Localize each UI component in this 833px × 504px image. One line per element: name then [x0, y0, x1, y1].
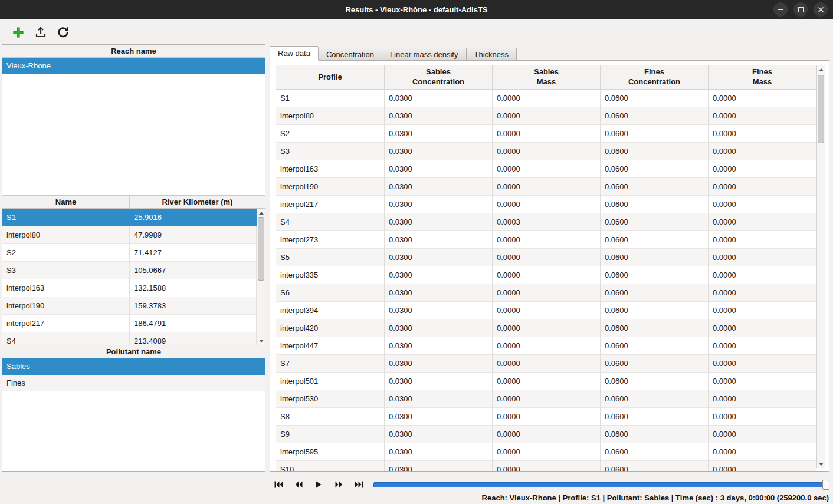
fines-mass-cell: 0.0000 — [709, 390, 816, 408]
pollutant-list-item[interactable]: Sables — [2, 358, 265, 375]
profiles-column-name[interactable]: Name — [2, 196, 130, 208]
profile-cell: S8 — [276, 408, 385, 426]
sables-concentration-cell: 0.0300 — [385, 302, 493, 319]
table-row[interactable]: S8 0.0300 0.0000 0.0600 0.0000 — [276, 408, 816, 426]
results-scrollbar[interactable] — [816, 65, 825, 468]
sables-mass-cell: 0.0000 — [493, 90, 601, 107]
table-row[interactable]: S5 0.0300 0.0000 0.0600 0.0000 — [276, 249, 816, 266]
tab[interactable]: Raw data — [270, 46, 319, 61]
table-row[interactable]: interpol190 0.0300 0.0000 0.0600 0.0000 — [276, 178, 816, 196]
fines-concentration-cell: 0.0600 — [601, 178, 709, 196]
fines-mass-cell: 0.0000 — [709, 408, 816, 426]
scroll-down-icon[interactable] — [257, 337, 265, 345]
rewind-button[interactable] — [290, 477, 307, 492]
table-row[interactable]: S10 0.0300 0.0000 0.0600 0.0000 — [276, 461, 816, 471]
table-row[interactable]: interpol217 0.0300 0.0000 0.0600 0.0000 — [276, 196, 816, 213]
sables-concentration-cell: 0.0300 — [385, 408, 493, 426]
fines-mass-cell: 0.0000 — [709, 337, 816, 355]
fines-concentration-cell: 0.0600 — [601, 461, 709, 471]
profile-km-cell: 213.4089 — [130, 332, 257, 345]
tab[interactable]: Linear mass density — [382, 48, 467, 61]
profile-row[interactable]: interpol190 159.3783 — [2, 297, 257, 315]
table-row[interactable]: S4 0.0300 0.0003 0.0600 0.0000 — [276, 213, 816, 231]
fines-concentration-cell: 0.0600 — [601, 249, 709, 266]
time-slider-handle[interactable] — [822, 480, 829, 490]
profile-row[interactable]: S1 25.9016 — [2, 209, 257, 226]
table-row[interactable]: interpol335 0.0300 0.0000 0.0600 0.0000 — [276, 266, 816, 284]
table-row[interactable]: S3 0.0300 0.0000 0.0600 0.0000 — [276, 143, 816, 160]
sables-concentration-cell: 0.0300 — [385, 213, 493, 231]
play-button[interactable] — [310, 477, 327, 492]
sables-concentration-cell: 0.0300 — [385, 125, 493, 143]
pollutant-list-item[interactable]: Fines — [2, 375, 265, 391]
fast-forward-icon — [335, 481, 343, 488]
time-slider-track[interactable] — [373, 482, 829, 487]
reach-name-header: Reach name — [2, 45, 265, 58]
table-row[interactable]: S9 0.0300 0.0000 0.0600 0.0000 — [276, 426, 816, 443]
profiles-scrollbar[interactable] — [257, 209, 265, 345]
table-row[interactable]: interpol595 0.0300 0.0000 0.0600 0.0000 — [276, 443, 816, 461]
add-button[interactable] — [9, 24, 27, 41]
titlebar: Results - Vieux-Rhône - default-AdisTS — [0, 0, 833, 19]
profile-row[interactable]: S4 213.4089 — [2, 332, 257, 345]
table-row[interactable]: interpol447 0.0300 0.0000 0.0600 0.0000 — [276, 337, 816, 355]
fines-concentration-cell: 0.0600 — [601, 426, 709, 443]
profile-cell: S7 — [276, 355, 385, 373]
sables-mass-cell: 0.0000 — [493, 160, 601, 178]
table-row[interactable]: S1 0.0300 0.0000 0.0600 0.0000 — [276, 90, 816, 107]
fines-mass-cell: 0.0000 — [709, 443, 816, 461]
scroll-up-icon[interactable] — [257, 209, 265, 217]
table-row[interactable]: interpol501 0.0300 0.0000 0.0600 0.0000 — [276, 373, 816, 390]
tab[interactable]: Thickness — [467, 48, 517, 61]
profile-row[interactable]: interpol217 186.4791 — [2, 315, 257, 332]
profile-km-cell: 159.3783 — [130, 297, 257, 315]
table-row[interactable]: interpol420 0.0300 0.0000 0.0600 0.0000 — [276, 319, 816, 337]
table-row[interactable]: interpol273 0.0300 0.0000 0.0600 0.0000 — [276, 231, 816, 249]
time-slider[interactable] — [373, 479, 829, 490]
column-header[interactable]: Sables Concentration — [385, 65, 493, 90]
table-row[interactable]: interpol530 0.0300 0.0000 0.0600 0.0000 — [276, 390, 816, 408]
profiles-column-km[interactable]: River Kilometer (m) — [130, 196, 265, 208]
scroll-up-icon[interactable] — [817, 65, 825, 74]
column-header[interactable]: Fines Concentration — [601, 65, 709, 90]
refresh-button[interactable] — [54, 24, 72, 41]
table-row[interactable]: S7 0.0300 0.0000 0.0600 0.0000 — [276, 355, 816, 373]
profile-row[interactable]: interpol163 132.1588 — [2, 279, 257, 297]
scroll-down-icon[interactable] — [817, 460, 825, 468]
profile-cell: S1 — [276, 90, 385, 107]
profile-cell: S3 — [276, 143, 385, 160]
maximize-button[interactable] — [793, 2, 808, 17]
skip-first-button[interactable] — [270, 477, 287, 492]
minimize-button[interactable] — [773, 2, 788, 17]
skip-last-icon — [355, 481, 363, 488]
close-button[interactable] — [814, 2, 828, 17]
scrollbar-thumb[interactable] — [818, 75, 824, 143]
column-header[interactable]: Sables Mass — [493, 65, 601, 90]
scrollbar-thumb[interactable] — [258, 217, 264, 281]
fines-mass-cell: 0.0000 — [709, 373, 816, 390]
table-row[interactable]: S2 0.0300 0.0000 0.0600 0.0000 — [276, 125, 816, 143]
tab[interactable]: Concentration — [319, 48, 382, 61]
table-row[interactable]: interpol80 0.0300 0.0000 0.0600 0.0000 — [276, 107, 816, 125]
fines-mass-cell: 0.0000 — [709, 249, 816, 266]
profile-row[interactable]: S3 105.0667 — [2, 262, 257, 279]
sables-concentration-cell: 0.0300 — [385, 178, 493, 196]
column-header-line2: Concentration — [628, 77, 680, 87]
table-row[interactable]: interpol394 0.0300 0.0000 0.0600 0.0000 — [276, 302, 816, 319]
table-row[interactable]: S6 0.0300 0.0000 0.0600 0.0000 — [276, 284, 816, 302]
column-header-line2: Mass — [537, 77, 556, 87]
reach-list-item[interactable]: Vieux-Rhone — [2, 58, 265, 74]
export-button[interactable] — [32, 24, 50, 41]
profile-km-cell: 186.4791 — [130, 315, 257, 332]
profile-row[interactable]: interpol80 47.9989 — [2, 226, 257, 244]
column-header-line1: Fines — [752, 67, 772, 77]
profile-cell: interpol190 — [276, 178, 385, 196]
sables-mass-cell: 0.0000 — [493, 125, 601, 143]
fast-forward-button[interactable] — [330, 477, 347, 492]
skip-last-button[interactable] — [350, 477, 368, 492]
fines-concentration-cell: 0.0600 — [601, 284, 709, 302]
table-row[interactable]: interpol163 0.0300 0.0000 0.0600 0.0000 — [276, 160, 816, 178]
column-header[interactable]: Fines Mass — [709, 65, 816, 90]
column-header[interactable]: Profile — [276, 65, 385, 90]
profile-row[interactable]: S2 71.4127 — [2, 244, 257, 262]
